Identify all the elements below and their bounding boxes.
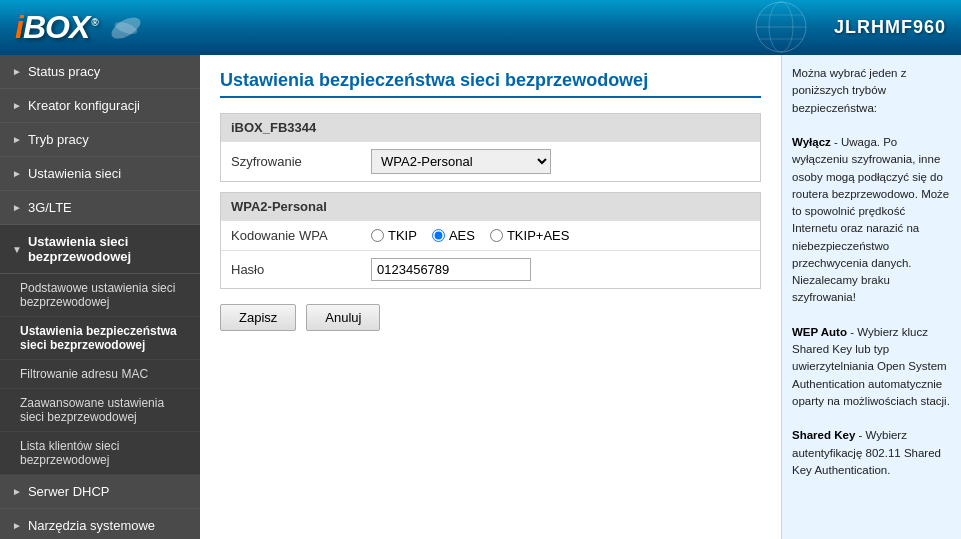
- sidebar-item-ustawienia-sieci[interactable]: ► Ustawienia sieci: [0, 157, 200, 191]
- radio-tkip[interactable]: [371, 229, 384, 242]
- password-row: Hasło: [221, 250, 760, 288]
- cancel-button[interactable]: Anuluj: [306, 304, 380, 331]
- radio-tkip-aes-label[interactable]: TKIP+AES: [490, 228, 570, 243]
- help-panel: Można wybrać jeden z poniższych trybów b…: [781, 55, 961, 539]
- page-title: Ustawienia bezpieczeństwa sieci bezprzew…: [220, 70, 761, 98]
- coding-label: Kodowanie WPA: [231, 228, 371, 243]
- arrow-icon: ►: [12, 134, 22, 145]
- password-input[interactable]: [371, 258, 531, 281]
- arrow-icon: ►: [12, 168, 22, 179]
- radio-aes[interactable]: [432, 229, 445, 242]
- sidebar-item-status[interactable]: ► Status pracy: [0, 55, 200, 89]
- wpa-header: WPA2-Personal: [221, 193, 760, 220]
- arrow-down-icon: ▼: [12, 244, 22, 255]
- encryption-select[interactable]: WPA2-Personal Wyłącz WEP Auto WEP Shared…: [371, 149, 551, 174]
- sidebar-item-serwer-dhcp[interactable]: ► Serwer DHCP: [0, 475, 200, 509]
- logo: iBOX®: [15, 9, 98, 46]
- header: iBOX® JLRHMF960: [0, 0, 961, 55]
- main-content: Ustawienia bezpieczeństwa sieci bezprzew…: [200, 55, 781, 539]
- sidebar-item-narzedzia[interactable]: ► Narzędzia systemowe: [0, 509, 200, 539]
- help-wep-label: WEP Auto: [792, 326, 847, 338]
- sidebar-subitem-podstawowe[interactable]: Podstawowe ustawienia sieci bezprzewodow…: [0, 274, 200, 317]
- sidebar-subitem-mac[interactable]: Filtrowanie adresu MAC: [0, 360, 200, 389]
- save-button[interactable]: Zapisz: [220, 304, 296, 331]
- sidebar-subitem-lista-klientow[interactable]: Lista klientów sieci bezprzewodowej: [0, 432, 200, 475]
- radio-tkip-aes[interactable]: [490, 229, 503, 242]
- coding-radio-group: TKIP AES TKIP+AES: [371, 228, 750, 243]
- help-wylacz-text: - Uwaga. Po wyłączeniu szyfrowania, inne…: [792, 136, 949, 303]
- logo-wing-icon: [106, 8, 146, 48]
- sidebar-subitem-zaawansowane[interactable]: Zaawansowane ustawienia sieci bezprzewod…: [0, 389, 200, 432]
- sidebar-item-bezprzewodowej[interactable]: ▼ Ustawienia sieci bezprzewodowej: [0, 225, 200, 274]
- arrow-icon: ►: [12, 66, 22, 77]
- logo-area: iBOX®: [15, 8, 146, 48]
- help-shared-label: Shared Key: [792, 429, 855, 441]
- arrow-icon: ►: [12, 486, 22, 497]
- wpa-section: WPA2-Personal Kodowanie WPA TKIP AES TKI…: [220, 192, 761, 289]
- globe-icon: [721, 0, 841, 55]
- arrow-icon: ►: [12, 100, 22, 111]
- encryption-label: Szyfrowanie: [231, 154, 371, 169]
- arrow-icon: ►: [12, 202, 22, 213]
- encryption-control: WPA2-Personal Wyłącz WEP Auto WEP Shared…: [371, 149, 750, 174]
- arrow-icon: ►: [12, 520, 22, 531]
- sidebar-subitem-bezpieczenstwo[interactable]: Ustawienia bezpieczeństwa sieci bezprzew…: [0, 317, 200, 360]
- button-row: Zapisz Anuluj: [220, 304, 761, 331]
- help-intro: Można wybrać jeden z poniższych trybów b…: [792, 67, 906, 114]
- ssid-section: iBOX_FB3344 Szyfrowanie WPA2-Personal Wy…: [220, 113, 761, 182]
- layout: ► Status pracy ► Kreator konfiguracji ► …: [0, 55, 961, 539]
- help-wylacz-label: Wyłącz: [792, 136, 831, 148]
- sidebar-item-tryb[interactable]: ► Tryb pracy: [0, 123, 200, 157]
- sidebar-item-kreator[interactable]: ► Kreator konfiguracji: [0, 89, 200, 123]
- ssid-header: iBOX_FB3344: [221, 114, 760, 141]
- sidebar-item-3glte[interactable]: ► 3G/LTE: [0, 191, 200, 225]
- radio-tkip-label[interactable]: TKIP: [371, 228, 417, 243]
- radio-aes-label[interactable]: AES: [432, 228, 475, 243]
- coding-row: Kodowanie WPA TKIP AES TKIP+AES: [221, 220, 760, 250]
- encryption-row: Szyfrowanie WPA2-Personal Wyłącz WEP Aut…: [221, 141, 760, 181]
- model-label: JLRHMF960: [834, 17, 946, 38]
- password-label: Hasło: [231, 262, 371, 277]
- sidebar: ► Status pracy ► Kreator konfiguracji ► …: [0, 55, 200, 539]
- password-control: [371, 258, 750, 281]
